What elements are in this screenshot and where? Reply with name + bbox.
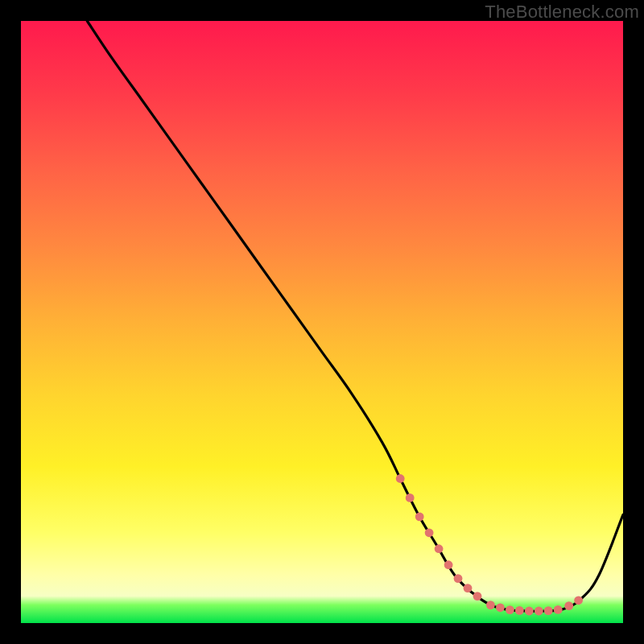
marker-dot — [574, 596, 583, 605]
marker-dot — [454, 574, 463, 583]
marker-dot — [525, 607, 534, 616]
marker-dot — [496, 603, 505, 612]
marker-dot — [425, 528, 434, 537]
marker-dot — [544, 606, 553, 615]
marker-dots — [396, 474, 583, 615]
marker-dot — [515, 606, 524, 615]
marker-dot — [564, 601, 573, 610]
marker-dot — [415, 513, 424, 522]
bottleneck-curve — [87, 21, 623, 611]
marker-dot — [435, 544, 444, 553]
marker-dot — [473, 592, 482, 601]
chart-svg — [21, 21, 623, 623]
marker-dot — [506, 605, 514, 614]
marker-dot — [464, 584, 473, 592]
marker-dot — [406, 493, 415, 502]
marker-dot — [444, 560, 453, 569]
marker-dot — [535, 607, 543, 616]
marker-dot — [396, 474, 405, 483]
marker-dot — [486, 601, 495, 609]
chart-frame — [21, 21, 623, 623]
watermark-text: TheBottleneck.com — [485, 2, 639, 23]
marker-dot — [554, 605, 563, 614]
